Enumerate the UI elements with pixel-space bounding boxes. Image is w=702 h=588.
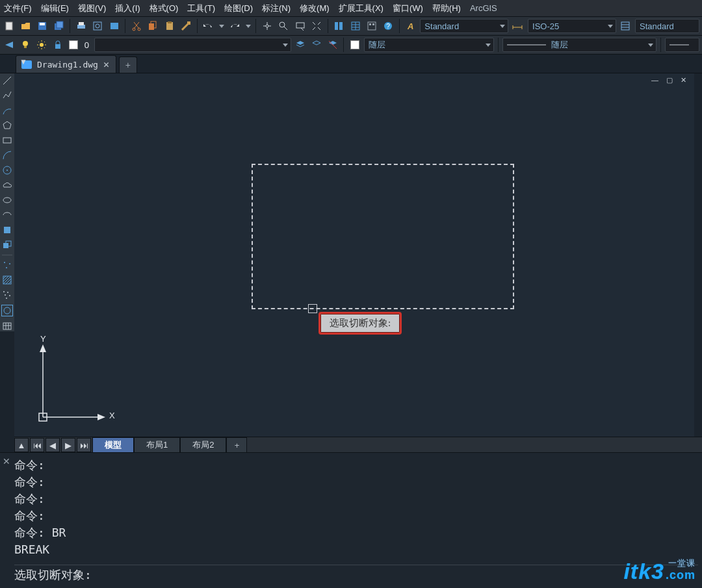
paste-icon[interactable] (162, 19, 176, 33)
point-icon[interactable] (2, 260, 12, 270)
minimize-view-icon[interactable]: — (651, 76, 658, 84)
layer-iso-icon[interactable] (310, 38, 324, 52)
menu-insert[interactable]: 插入(I) (115, 3, 140, 14)
copy-icon[interactable] (146, 19, 160, 33)
hatch-icon[interactable] (2, 275, 12, 285)
command-prompt: 选取切断对象: (14, 568, 92, 582)
layout-prev-icon[interactable]: ◀ (46, 438, 60, 452)
ellipse-arc-icon[interactable] (2, 210, 12, 220)
layout-tab-1[interactable]: 布局1 (134, 437, 180, 453)
curve-icon[interactable] (2, 150, 12, 160)
command-close-icon[interactable]: ✕ (3, 456, 10, 467)
menu-tools[interactable]: 工具(T) (187, 3, 215, 14)
menu-modify[interactable]: 修改(M) (300, 3, 330, 14)
separator (399, 19, 400, 33)
text-style-combo[interactable]: Standard (420, 19, 508, 33)
menu-draw[interactable]: 绘图(D) (224, 3, 253, 14)
document-tab[interactable]: Drawing1.dwg ✕ (16, 55, 116, 73)
redo-drop-icon[interactable] (244, 19, 252, 33)
drawing-canvas[interactable]: — ▢ ✕ 选取切断对象: Y X (14, 73, 694, 437)
preview-icon[interactable] (91, 19, 105, 33)
layout-up-icon[interactable]: ▲ (14, 438, 29, 452)
layout-last-icon[interactable]: ⏭ (77, 438, 91, 452)
close-tab-icon[interactable]: ✕ (103, 58, 109, 70)
svg-rect-20 (296, 23, 304, 28)
region-icon[interactable] (1, 305, 13, 316)
menu-edit[interactable]: 编辑(E) (41, 3, 69, 14)
linetype-combo[interactable]: 随层 (502, 38, 656, 52)
menu-format[interactable]: 格式(O) (150, 3, 179, 14)
layer-combo[interactable] (94, 38, 291, 52)
line-icon[interactable] (2, 75, 12, 86)
plot-icon[interactable] (107, 19, 121, 33)
layout-tab-model[interactable]: 模型 (92, 437, 134, 453)
color-swatch-icon[interactable] (348, 38, 361, 52)
menu-extend[interactable]: 扩展工具(X) (339, 3, 384, 14)
menu-view[interactable]: 视图(V) (78, 3, 106, 14)
redo-icon[interactable] (228, 19, 242, 33)
menu-file[interactable]: 文件(F) (4, 3, 32, 14)
layout-next-icon[interactable]: ▶ (61, 438, 75, 452)
selection-rectangle (252, 164, 514, 309)
color-combo[interactable]: 随层 (364, 38, 494, 52)
zoomext-icon[interactable] (309, 19, 323, 33)
close-view-icon[interactable]: ✕ (681, 76, 686, 84)
tool-icon[interactable] (365, 19, 378, 33)
help-icon[interactable]: ? (382, 19, 395, 33)
cut-icon[interactable] (129, 19, 143, 33)
layer-prev-icon[interactable] (3, 38, 16, 52)
maximize-view-icon[interactable]: ▢ (666, 76, 673, 84)
layout-tab-2[interactable]: 布局2 (180, 437, 226, 453)
ellipse-icon[interactable] (2, 195, 12, 205)
layer-mgr-icon[interactable] (294, 38, 307, 52)
print-icon[interactable] (74, 19, 88, 33)
svg-point-19 (280, 22, 285, 27)
match-icon[interactable] (179, 19, 192, 33)
zoomwin-icon[interactable] (293, 19, 307, 33)
block2-icon[interactable] (2, 240, 12, 250)
lock-icon[interactable] (51, 38, 64, 52)
menu-help[interactable]: 帮助(H) (432, 3, 461, 14)
lineweight-combo[interactable] (665, 38, 699, 52)
menu-arcgis[interactable]: ArcGIS (470, 3, 497, 13)
props-icon[interactable] (348, 19, 362, 33)
undo-drop-icon[interactable] (218, 19, 226, 33)
table-icon[interactable] (2, 321, 12, 331)
command-input[interactable]: 选取切断对象: (14, 565, 698, 585)
new-icon[interactable] (3, 19, 16, 33)
pline-icon[interactable] (2, 90, 12, 101)
pentagon-icon[interactable] (2, 120, 12, 131)
layout-first-icon[interactable]: ⏮ (30, 438, 44, 452)
sun-icon[interactable] (35, 38, 49, 52)
textstyle-icon[interactable]: A (404, 19, 417, 33)
lightbulb-icon[interactable] (19, 38, 32, 52)
menu-dim[interactable]: 标注(N) (262, 3, 291, 14)
arc-icon[interactable] (2, 105, 12, 116)
undo-icon[interactable] (202, 19, 215, 33)
zoom-icon[interactable] (277, 19, 291, 33)
noise-icon[interactable] (2, 290, 12, 300)
dimstyle-icon[interactable] (511, 19, 525, 33)
layer-off-icon[interactable] (326, 38, 339, 52)
circle-icon[interactable] (2, 165, 12, 175)
save-icon[interactable] (36, 19, 49, 33)
tab-marker-icon[interactable]: ▼ (20, 57, 27, 66)
pan-icon[interactable] (260, 19, 274, 33)
cloud-icon[interactable] (2, 180, 12, 190)
add-layout-button[interactable]: + (226, 437, 247, 453)
svg-rect-17 (187, 21, 190, 25)
menu-window[interactable]: 窗口(W) (393, 3, 423, 14)
svg-line-36 (3, 77, 11, 84)
dim-style-combo[interactable]: ISO-25 (528, 19, 616, 33)
sheet-icon[interactable] (332, 19, 346, 33)
rect-icon[interactable] (2, 135, 12, 146)
svg-rect-3 (40, 23, 45, 25)
add-tab-button[interactable]: + (119, 57, 137, 73)
table-style-combo[interactable]: Standard (635, 19, 699, 33)
open-icon[interactable] (19, 19, 32, 33)
block-icon[interactable] (2, 225, 12, 235)
tablestyle-icon[interactable] (619, 19, 632, 33)
svg-rect-21 (335, 22, 338, 30)
saveall-icon[interactable] (52, 19, 66, 33)
color-icon[interactable] (67, 38, 81, 52)
